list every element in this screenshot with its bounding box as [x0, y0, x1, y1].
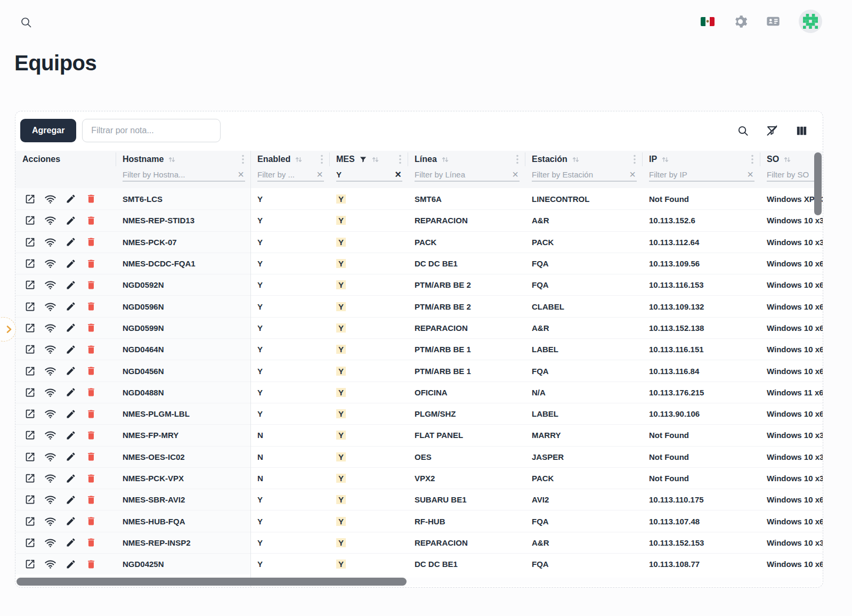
edit-button[interactable]	[64, 279, 77, 291]
ping-button[interactable]	[44, 322, 56, 334]
settings-button[interactable]	[733, 14, 748, 29]
note-filter-input[interactable]	[82, 119, 221, 142]
edit-button[interactable]	[64, 236, 77, 248]
column-header-ip[interactable]: IP	[642, 151, 760, 168]
edit-button[interactable]	[64, 214, 77, 226]
delete-button[interactable]	[85, 343, 97, 355]
clear-filter-icon[interactable]: ×	[237, 169, 245, 180]
open-details-button[interactable]	[24, 408, 36, 420]
filter-cell-estacion[interactable]: Filter by Estación×	[525, 168, 642, 188]
delete-button[interactable]	[85, 408, 97, 420]
clear-filter-icon[interactable]: ×	[394, 169, 402, 180]
linea-filter-input[interactable]: Filter by Línea	[415, 170, 511, 179]
column-menu-button[interactable]	[321, 155, 323, 164]
ping-button[interactable]	[44, 257, 56, 270]
ping-button[interactable]	[44, 493, 56, 506]
delete-button[interactable]	[85, 214, 97, 226]
delete-button[interactable]	[85, 236, 97, 248]
open-details-button[interactable]	[24, 193, 36, 205]
ping-button[interactable]	[44, 279, 56, 291]
clear-filter-icon[interactable]: ×	[746, 169, 754, 180]
edit-button[interactable]	[64, 322, 77, 334]
ping-button[interactable]	[44, 301, 56, 313]
column-menu-button[interactable]	[242, 155, 244, 164]
filter-cell-ip[interactable]: Filter by IP×	[642, 168, 760, 188]
ping-button[interactable]	[44, 236, 56, 248]
so-filter-input[interactable]: Filter by SO	[767, 170, 817, 179]
column-menu-button[interactable]	[751, 155, 753, 164]
column-header-hostname[interactable]: Hostname	[116, 151, 250, 168]
ping-button[interactable]	[44, 193, 56, 205]
edit-button[interactable]	[64, 429, 77, 441]
delete-button[interactable]	[85, 365, 97, 377]
open-details-button[interactable]	[24, 472, 36, 484]
ip-filter-input[interactable]: Filter by IP	[649, 170, 746, 179]
delete-button[interactable]	[85, 558, 97, 570]
mes-filter-input[interactable]: Y	[336, 170, 394, 179]
delete-button[interactable]	[85, 515, 97, 528]
column-header-enabled[interactable]: Enabled	[250, 151, 329, 168]
open-details-button[interactable]	[24, 365, 36, 377]
clear-filters-button[interactable]	[765, 123, 780, 138]
edit-button[interactable]	[64, 558, 77, 570]
edit-button[interactable]	[64, 343, 77, 355]
open-details-button[interactable]	[24, 301, 36, 313]
open-details-button[interactable]	[24, 558, 36, 570]
vertical-scrollbar-thumb[interactable]	[814, 152, 822, 215]
column-header-mes[interactable]: MES	[329, 151, 408, 168]
filter-cell-hostname[interactable]: Filter by Hostna...×	[116, 168, 250, 188]
user-avatar[interactable]	[799, 10, 822, 33]
hostname-filter-input[interactable]: Filter by Hostna...	[123, 170, 237, 179]
column-header-linea[interactable]: Línea	[408, 151, 525, 168]
open-details-button[interactable]	[24, 386, 36, 399]
open-details-button[interactable]	[24, 451, 36, 463]
column-header-estacion[interactable]: Estación	[525, 151, 642, 168]
ping-button[interactable]	[44, 429, 56, 441]
enabled-filter-input[interactable]: Filter by ...	[257, 170, 315, 179]
filter-cell-so[interactable]: Filter by SO	[760, 168, 823, 188]
edit-button[interactable]	[64, 537, 77, 549]
horizontal-scrollbar-track[interactable]	[17, 578, 822, 586]
ping-button[interactable]	[44, 214, 56, 226]
language-flag-mexico[interactable]	[701, 17, 715, 26]
open-details-button[interactable]	[24, 343, 36, 355]
add-button[interactable]: Agregar	[20, 119, 76, 142]
delete-button[interactable]	[85, 493, 97, 506]
delete-button[interactable]	[85, 429, 97, 441]
global-search-button[interactable]	[19, 16, 33, 30]
columns-button[interactable]	[794, 123, 809, 138]
filter-cell-linea[interactable]: Filter by Línea×	[408, 168, 525, 188]
horizontal-scrollbar-thumb[interactable]	[17, 578, 407, 586]
ping-button[interactable]	[44, 365, 56, 377]
clear-filter-icon[interactable]: ×	[628, 169, 637, 180]
delete-button[interactable]	[85, 193, 97, 205]
edit-button[interactable]	[64, 365, 77, 377]
column-menu-button[interactable]	[399, 155, 401, 164]
filter-cell-mes[interactable]: Y×	[329, 168, 408, 188]
edit-button[interactable]	[64, 515, 77, 528]
edit-button[interactable]	[64, 472, 77, 484]
delete-button[interactable]	[85, 322, 97, 334]
open-details-button[interactable]	[24, 279, 36, 291]
filter-cell-enabled[interactable]: Filter by ...×	[250, 168, 329, 188]
open-details-button[interactable]	[24, 537, 36, 549]
contacts-button[interactable]	[766, 14, 781, 29]
open-details-button[interactable]	[24, 236, 36, 248]
open-details-button[interactable]	[24, 515, 36, 528]
open-details-button[interactable]	[24, 257, 36, 270]
ping-button[interactable]	[44, 537, 56, 549]
column-menu-button[interactable]	[634, 155, 636, 164]
open-details-button[interactable]	[24, 429, 36, 441]
delete-button[interactable]	[85, 451, 97, 463]
ping-button[interactable]	[44, 408, 56, 420]
edit-button[interactable]	[64, 193, 77, 205]
delete-button[interactable]	[85, 386, 97, 399]
ping-button[interactable]	[44, 558, 56, 570]
delete-button[interactable]	[85, 257, 97, 270]
open-details-button[interactable]	[24, 214, 36, 226]
column-menu-button[interactable]	[516, 155, 518, 164]
table-search-button[interactable]	[735, 123, 750, 138]
estacion-filter-input[interactable]: Filter by Estación	[532, 170, 628, 179]
delete-button[interactable]	[85, 301, 97, 313]
ping-button[interactable]	[44, 472, 56, 484]
